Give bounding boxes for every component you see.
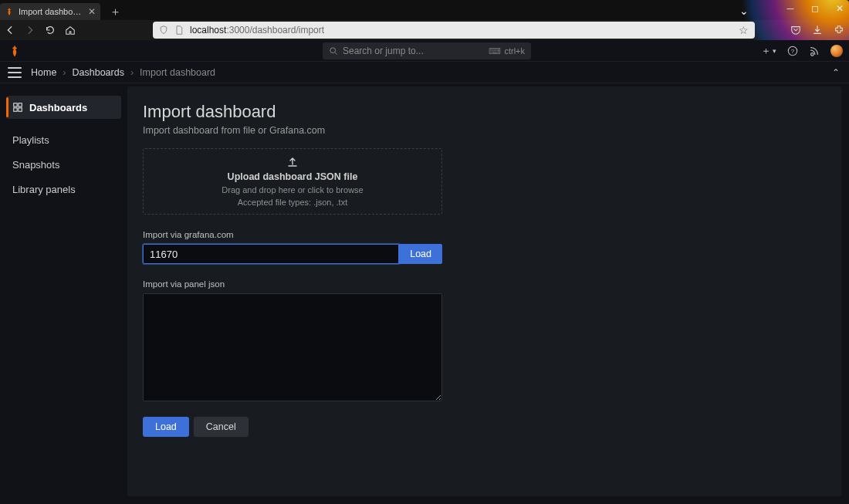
grafanacom-load-button[interactable]: Load [399, 244, 442, 264]
window-minimize-icon[interactable]: ─ [784, 3, 797, 14]
nav-back-icon[interactable] [5, 25, 15, 36]
search-placeholder: Search or jump to... [343, 46, 424, 56]
dropzone-title: Upload dashboard JSON file [228, 171, 358, 182]
svg-point-0 [330, 48, 336, 53]
page-icon [174, 25, 184, 35]
upload-dropzone[interactable]: Upload dashboard JSON file Drag and drop… [143, 148, 442, 215]
url-host: localhost:3000/dashboard/import [190, 25, 324, 36]
sidebar-item-label: Playlists [12, 134, 49, 146]
svg-text:?: ? [791, 48, 795, 55]
sidebar-item-snapshots[interactable]: Snapshots [6, 153, 121, 176]
help-icon[interactable]: ? [787, 46, 798, 56]
sidebar-item-label: Snapshots [12, 159, 59, 171]
search-icon [329, 46, 338, 56]
plus-icon: ＋ [761, 44, 771, 58]
page-title: Import dashboard [143, 102, 826, 122]
grafanacom-label: Import via grafana.com [143, 230, 826, 239]
bookmark-star-icon[interactable]: ☆ [739, 24, 749, 36]
dashboards-icon [12, 102, 23, 113]
window-maximize-icon[interactable]: ◻ [809, 3, 821, 14]
sidebar-item-label: Library panels [12, 184, 76, 195]
crumb-section[interactable]: Dashboards [73, 67, 124, 78]
shield-icon [159, 25, 168, 35]
collapse-header-icon[interactable]: ⌃ [832, 67, 840, 78]
paneljson-label: Import via panel json [143, 279, 826, 289]
url-bar[interactable]: localhost:3000/dashboard/import ☆ [153, 22, 755, 39]
grafana-favicon-icon [5, 7, 14, 16]
dropzone-hint2: Accepted file types: .json, .txt [238, 198, 347, 207]
pocket-icon[interactable] [790, 25, 801, 36]
grafana-header: Search or jump to... ⌨ ctrl+k ＋ ▾ ? [0, 40, 849, 62]
downloads-icon[interactable] [812, 25, 823, 36]
search-shortcut: ctrl+k [504, 46, 525, 56]
tab-overflow-icon[interactable]: ⌄ [739, 5, 749, 17]
svg-rect-3 [14, 103, 17, 107]
window-close-icon[interactable]: ✕ [834, 3, 846, 14]
svg-rect-4 [19, 103, 22, 107]
tab-strip: Import dashboard - Dashboar ✕ ＋ [0, 0, 849, 20]
crumb-current: Import dashboard [140, 67, 215, 78]
dropzone-hint1: Drag and drop here or click to browse [222, 185, 363, 194]
grafana-logo-icon[interactable] [8, 44, 22, 58]
cancel-button[interactable]: Cancel [194, 417, 249, 437]
svg-rect-6 [19, 108, 22, 111]
sidebar-item-label: Dashboards [29, 102, 87, 113]
extensions-icon[interactable] [834, 25, 844, 36]
rss-icon[interactable] [809, 46, 820, 56]
upload-icon [286, 156, 299, 168]
grafanacom-id-input[interactable] [143, 244, 399, 264]
nav-reload-icon[interactable] [45, 25, 56, 36]
crumb-home[interactable]: Home [31, 67, 56, 78]
chevron-down-icon: ▾ [773, 47, 776, 55]
new-tab-button[interactable]: ＋ [105, 3, 125, 20]
keyboard-icon: ⌨ [489, 46, 501, 56]
sidebar: Dashboards Playlists Snapshots Library p… [0, 83, 127, 504]
svg-rect-5 [14, 108, 17, 111]
sidebar-item-library-panels[interactable]: Library panels [6, 178, 121, 201]
content-panel: Import dashboard Import dashboard from f… [127, 86, 841, 496]
breadcrumb: Home › Dashboards › Import dashboard [31, 67, 215, 78]
chevron-right-icon: › [130, 67, 134, 78]
nav-forward-icon[interactable] [25, 25, 36, 36]
sidebar-item-dashboards[interactable]: Dashboards [6, 96, 121, 119]
chevron-right-icon: › [63, 67, 66, 78]
global-search[interactable]: Search or jump to... ⌨ ctrl+k [323, 42, 531, 59]
nav-home-icon[interactable] [65, 25, 76, 36]
paneljson-textarea[interactable] [143, 293, 442, 401]
page-subtitle: Import dashboard from file or Grafana.co… [143, 125, 826, 136]
tab-close-icon[interactable]: ✕ [88, 6, 96, 17]
load-button[interactable]: Load [143, 417, 189, 437]
user-avatar[interactable] [830, 45, 843, 57]
sidebar-item-playlists[interactable]: Playlists [6, 128, 121, 151]
menu-toggle-icon[interactable] [8, 67, 22, 78]
browser-tab[interactable]: Import dashboard - Dashboar ✕ [0, 3, 100, 20]
add-menu[interactable]: ＋ ▾ [761, 44, 776, 58]
tab-title: Import dashboard - Dashboar [19, 7, 85, 16]
